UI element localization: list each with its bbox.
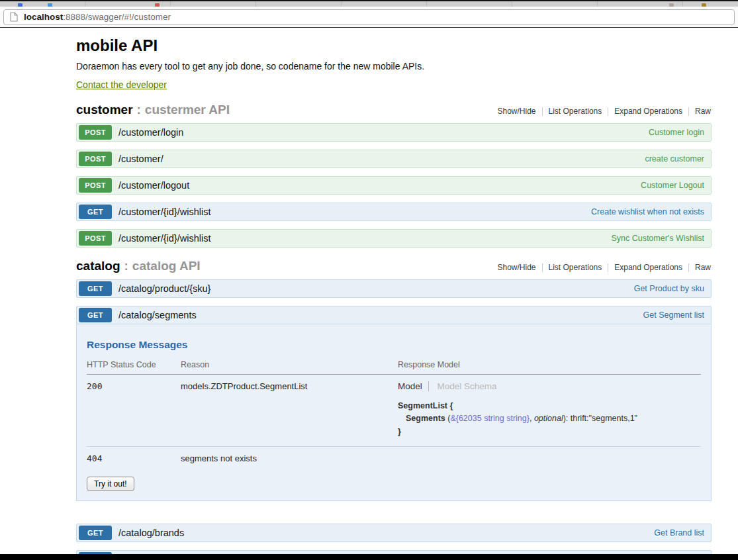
operation-row-customer-login[interactable]: POST /customer/login Customer login <box>76 123 712 142</box>
operation-summary-link[interactable]: Customer Logout <box>641 181 704 190</box>
operation-path[interactable]: /customer/logout <box>118 180 189 191</box>
model-tabs: Model Model Schema <box>398 381 701 391</box>
url-text[interactable]: localhost:8888/swagger/#!/customer <box>24 12 171 22</box>
operation-row-product-by-sku[interactable]: GET /catalog/product/{sku} Get Product b… <box>76 279 712 298</box>
operation-path[interactable]: /customer/login <box>118 127 183 138</box>
operation-path[interactable]: /catalog/segments <box>118 310 197 320</box>
property-post: ): thrift:"segments,1" <box>563 414 637 423</box>
raw-link[interactable]: Raw <box>688 263 712 272</box>
method-badge: GET <box>79 281 112 296</box>
model-name: SegmentList { <box>398 400 701 412</box>
tab-favicon-icon <box>155 3 160 7</box>
property-optional-flag: optional <box>534 414 563 423</box>
section-subtitle: catalog API <box>132 259 201 273</box>
operation-path[interactable]: /customer/{id}/wishlist <box>118 207 210 217</box>
operation-row-customer-logout[interactable]: POST /customer/logout Customer Logout <box>76 176 712 195</box>
response-reason: models.ZDTProduct.SegmentList <box>181 375 398 447</box>
browser-url-bar: localhost:8888/swagger/#!/customer <box>0 7 738 28</box>
model-signature: SegmentList { Segments (&{62035 string s… <box>398 400 701 438</box>
section-header-customer: customer : custermer API Show/Hide List … <box>76 103 712 117</box>
method-badge: POST <box>79 231 112 246</box>
tab-favicon-icon <box>18 3 23 7</box>
operation-row-segments[interactable]: GET /catalog/segments Get Segment list <box>76 306 712 324</box>
section-controls: Show/Hide List Operations Expand Operati… <box>492 107 712 116</box>
section-separator: : <box>137 103 141 117</box>
response-row-404: 404 segments not exists <box>87 447 701 472</box>
method-badge: GET <box>79 205 112 219</box>
column-header-reason: Reason <box>181 359 398 375</box>
address-omnibox[interactable]: localhost:8888/swagger/#!/customer <box>3 9 735 25</box>
list-operations-link[interactable]: List Operations <box>542 107 608 116</box>
column-header-response-model: Response Model <box>398 359 701 375</box>
tab-favicon-icon <box>669 3 674 7</box>
list-operations-link[interactable]: List Operations <box>542 263 608 272</box>
operation-row-sync-wishlist[interactable]: POST /customer/{id}/wishlist Sync Custom… <box>76 229 712 248</box>
api-description: Doraemon has every tool to get any job d… <box>76 61 712 71</box>
operation-summary-link[interactable]: Sync Customer's Wishlist <box>611 234 704 243</box>
bottom-black-bar <box>0 554 738 560</box>
raw-link[interactable]: Raw <box>688 107 712 116</box>
section-controls: Show/Hide List Operations Expand Operati… <box>492 263 712 272</box>
operation-path[interactable]: /customer/ <box>118 154 163 164</box>
method-badge: POST <box>79 178 112 193</box>
operation-path[interactable]: /customer/{id}/wishlist <box>118 233 210 244</box>
operation-row-create-customer[interactable]: POST /customer/ create customer <box>76 150 712 168</box>
swagger-page: mobile API Doraemon has every tool to ge… <box>76 28 712 560</box>
expand-operations-link[interactable]: Expand Operations <box>608 107 688 116</box>
response-row-200: 200 models.ZDTProduct.SegmentList Model … <box>87 375 701 447</box>
property-sep: , <box>530 414 534 423</box>
operation-summary-link[interactable]: create customer <box>645 154 704 163</box>
section-name[interactable]: customer <box>76 103 133 117</box>
operation-summary-link[interactable]: Get Brand list <box>654 528 704 537</box>
section-separator: : <box>124 259 128 273</box>
method-badge: GET <box>79 526 112 540</box>
operation-row-brands[interactable]: GET /catalog/brands Get Brand list <box>76 524 712 542</box>
operation-summary-link[interactable]: Get Product by sku <box>634 284 704 293</box>
page-icon <box>10 12 18 22</box>
property-name: Segments <box>406 414 445 423</box>
operation-path[interactable]: /catalog/brands <box>118 528 184 538</box>
tab-favicon-icon <box>702 3 706 7</box>
property-type: &{62035 string string} <box>450 414 530 423</box>
show-hide-link[interactable]: Show/Hide <box>492 263 542 272</box>
operation-row-get-wishlist[interactable]: GET /customer/{id}/wishlist Create wishl… <box>76 203 712 221</box>
operation-detail-panel: Response Messages HTTP Status Code Reaso… <box>76 324 712 501</box>
model-schema-tab[interactable]: Model Schema <box>432 381 497 391</box>
tab-favicon-icon <box>48 3 52 7</box>
url-host: localhost <box>24 12 63 22</box>
status-code: 404 <box>87 447 181 472</box>
status-code: 200 <box>87 375 181 447</box>
response-reason: segments not exists <box>181 447 398 472</box>
response-messages-table: HTTP Status Code Reason Response Model 2… <box>87 359 701 471</box>
browser-tab-strip[interactable] <box>0 0 738 7</box>
response-model-cell: Model Model Schema SegmentList { Segment… <box>398 375 701 447</box>
section-header-catalog: catalog : catalog API Show/Hide List Ope… <box>76 259 712 273</box>
operation-summary-link[interactable]: Get Segment list <box>643 310 704 320</box>
operation-path[interactable]: /catalog/product/{sku} <box>118 283 210 294</box>
response-messages-heading: Response Messages <box>87 339 701 351</box>
show-hide-link[interactable]: Show/Hide <box>492 107 542 116</box>
column-header-status-code: HTTP Status Code <box>87 359 181 375</box>
try-it-out-button[interactable]: Try it out! <box>87 477 134 491</box>
contact-developer-link[interactable]: Contact the developer <box>76 79 167 90</box>
model-property-line: Segments (&{62035 string string}, option… <box>398 412 701 425</box>
model-tab[interactable]: Model <box>398 381 429 391</box>
method-badge: GET <box>79 308 112 322</box>
method-badge: POST <box>79 152 112 166</box>
section-name[interactable]: catalog <box>76 259 120 273</box>
section-subtitle: custermer API <box>145 103 230 117</box>
operation-summary-link[interactable]: Create wishlist when not exists <box>591 207 704 216</box>
api-title: mobile API <box>76 36 712 55</box>
expand-operations-link[interactable]: Expand Operations <box>608 263 688 272</box>
operation-summary-link[interactable]: Customer login <box>649 128 704 137</box>
url-path: :8888/swagger/#!/customer <box>63 12 171 22</box>
model-close-brace: } <box>398 426 701 438</box>
method-badge: POST <box>79 125 112 140</box>
